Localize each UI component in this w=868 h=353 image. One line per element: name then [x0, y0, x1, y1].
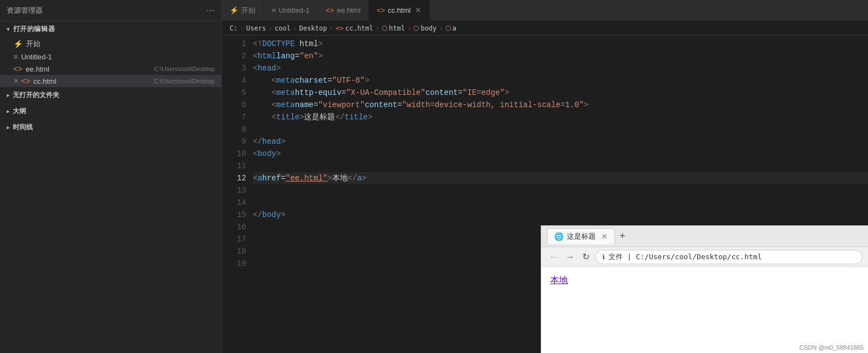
browser-tab[interactable]: 🌐 这是标题 ✕ [547, 228, 615, 244]
untitled-label: Untitled-1 [21, 53, 215, 61]
tab-bar: ⚡ 开始 ≡ Untitled-1 <> ee.html <> cc.html … [222, 0, 868, 21]
browser-new-tab-button[interactable]: + [620, 231, 626, 242]
open-editors-toggle[interactable]: ▾ 打开的编辑器 [0, 21, 221, 37]
ln-19: 19 [222, 258, 246, 270]
code-line-14 [253, 196, 868, 209]
ln-5: 5 [222, 87, 246, 99]
browser-link[interactable]: 本地 [550, 275, 568, 285]
ln-16: 16 [222, 221, 246, 233]
vscode-icon: ⚡ [13, 39, 23, 48]
code-line-3: <head> [253, 62, 868, 74]
breadcrumb-a-tag-icon: ⬡ [445, 24, 451, 32]
ln-2: 2 [222, 50, 246, 62]
ln-3: 3 [222, 62, 246, 74]
chevron-down-icon: ▾ [7, 26, 10, 32]
breadcrumb-c[interactable]: C: [230, 24, 237, 32]
ln-7: 7 [222, 111, 246, 123]
code-line-7: <title>这是标题</title> [253, 111, 868, 123]
timeline-chevron-icon: ▸ [7, 124, 9, 130]
browser-preview: 🌐 这是标题 ✕ + ← → ↻ ℹ 文件 | C:/Users/cool/De… [541, 225, 868, 353]
watermark: CSDN @m0_58841665 [799, 344, 864, 351]
code-line-6: <meta name="viewport" content="width=dev… [253, 99, 868, 111]
code-line-12: <a href="ee.html">本地</a> [253, 172, 868, 184]
cc-label: cc.html [33, 77, 150, 85]
tab-ee-label: ee.html [337, 6, 361, 14]
code-line-5: <meta http-equiv="X-UA-Compatible" conte… [253, 87, 868, 99]
tab-html-icon-ee: <> [326, 6, 334, 14]
breadcrumb: C: › Users › cool › Desktop › <> cc.html… [222, 21, 868, 36]
sidebar-header: 资源管理器 ··· [0, 0, 221, 21]
sidebar-item-cc[interactable]: ✕ <> cc.html C:\Users\cool\Desktop [0, 75, 221, 87]
sidebar-item-start[interactable]: ⚡ 开始 [0, 37, 221, 51]
browser-tab-close-button[interactable]: ✕ [601, 232, 608, 241]
html-icon-cc: <> [21, 77, 30, 85]
outline-chevron-icon: ▸ [7, 108, 9, 114]
tab-start[interactable]: ⚡ 开始 [222, 0, 264, 21]
browser-tab-title: 这是标题 [567, 231, 596, 241]
code-line-4: <meta charset="UTF-8"> [253, 74, 868, 87]
sidebar-item-untitled[interactable]: ≡ Untitled-1 [0, 51, 221, 63]
browser-content: 本地 [541, 267, 868, 353]
browser-refresh-button[interactable]: ↻ [580, 250, 592, 263]
ln-1: 1 [222, 38, 246, 50]
tab-html-icon-cc: <> [377, 6, 385, 14]
browser-titlebar: 🌐 这是标题 ✕ + [541, 226, 868, 247]
ln-18: 18 [222, 245, 246, 258]
editor-area: ⚡ 开始 ≡ Untitled-1 <> ee.html <> cc.html … [222, 0, 868, 353]
code-line-13 [253, 184, 868, 196]
ln-10: 10 [222, 148, 246, 160]
browser-forward-button[interactable]: → [564, 251, 577, 263]
ln-4: 4 [222, 74, 246, 87]
address-bar[interactable]: ℹ 文件 | C:/Users/cool/Desktop/cc.html [595, 250, 862, 264]
code-line-2: <html lang="en"> [253, 50, 868, 62]
breadcrumb-users[interactable]: Users [246, 24, 266, 32]
open-editors-section: ▾ 打开的编辑器 ⚡ 开始 ≡ Untitled-1 <> ee.html C:… [0, 21, 221, 87]
no-folder-section[interactable]: ▸ 无打开的文件夹 [0, 87, 221, 103]
start-label: 开始 [26, 39, 215, 49]
breadcrumb-a[interactable]: a [453, 24, 456, 32]
outline-label: 大纲 [13, 107, 26, 116]
sidebar: 资源管理器 ··· ▾ 打开的编辑器 ⚡ 开始 ≡ Untitled-1 <> … [0, 0, 222, 353]
ee-label: ee.html [26, 65, 150, 73]
breadcrumb-body-tag-icon: ⬡ [413, 24, 419, 32]
line-numbers: 1 2 3 4 5 6 7 8 9 10 11 12 13 14 15 16 1… [222, 36, 251, 353]
sidebar-more-button[interactable]: ··· [206, 4, 215, 16]
chevron-right-icon: ▸ [7, 92, 9, 98]
ee-path: C:\Users\cool\Desktop [154, 65, 215, 72]
no-folder-label: 无打开的文件夹 [13, 90, 59, 100]
browser-toolbar: ← → ↻ ℹ 文件 | C:/Users/cool/Desktop/cc.ht… [541, 247, 868, 267]
breadcrumb-cool[interactable]: cool [275, 24, 291, 32]
tab-untitled-label: Untitled-1 [279, 6, 310, 14]
ln-13: 13 [222, 184, 246, 196]
breadcrumb-desktop[interactable]: Desktop [299, 24, 327, 32]
ln-9: 9 [222, 135, 246, 148]
tab-cc[interactable]: <> cc.html ✕ [369, 0, 430, 21]
ln-12: 12 [222, 172, 246, 184]
breadcrumb-html[interactable]: html [389, 24, 405, 32]
ln-11: 11 [222, 160, 246, 172]
breadcrumb-cchtml[interactable]: cc.html [345, 24, 373, 32]
outline-section[interactable]: ▸ 大纲 [0, 103, 221, 119]
code-line-1: <!DOCTYPE html> [253, 38, 868, 50]
ln-6: 6 [222, 99, 246, 111]
ln-17: 17 [222, 233, 246, 245]
cc-path: C:\Users\cool\Desktop [154, 78, 215, 84]
open-editors-label: 打开的编辑器 [13, 24, 55, 34]
breadcrumb-html-tag-icon: ⬡ [382, 24, 387, 32]
info-icon: ℹ [602, 253, 605, 261]
close-cc-button[interactable]: ✕ [13, 77, 19, 85]
sidebar-item-ee[interactable]: <> ee.html C:\Users\cool\Desktop [0, 63, 221, 75]
timeline-label: 时间线 [13, 123, 33, 132]
html-icon: <> [13, 64, 22, 73]
address-text: 文件 | C:/Users/cool/Desktop/cc.html [608, 252, 762, 262]
code-line-11 [253, 160, 868, 172]
tab-ee[interactable]: <> ee.html [318, 0, 369, 21]
tab-lines-icon: ≡ [272, 6, 276, 14]
tab-close-cc-button[interactable]: ✕ [415, 6, 422, 14]
ln-15: 15 [222, 209, 246, 221]
tab-start-label: 开始 [241, 6, 256, 16]
breadcrumb-body[interactable]: body [420, 24, 436, 32]
timeline-section[interactable]: ▸ 时间线 [0, 119, 221, 135]
browser-back-button[interactable]: ← [547, 251, 560, 263]
tab-untitled[interactable]: ≡ Untitled-1 [264, 0, 318, 21]
